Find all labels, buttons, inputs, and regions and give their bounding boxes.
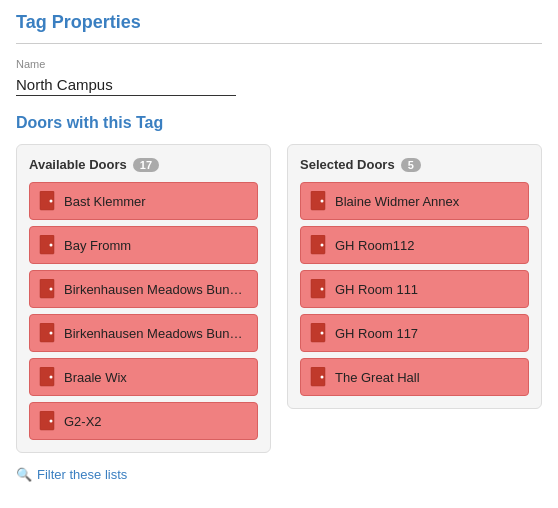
selected-door-item[interactable]: The Great Hall xyxy=(300,358,529,396)
svg-point-3 xyxy=(50,244,53,247)
svg-point-7 xyxy=(50,332,53,335)
door-icon xyxy=(309,234,327,256)
available-door-item[interactable]: Braale Wix xyxy=(29,358,258,396)
door-label: Blaine Widmer Annex xyxy=(335,194,459,209)
selected-doors-panel: Selected Doors 5 Blaine Widmer Annex xyxy=(287,144,542,409)
svg-point-21 xyxy=(321,376,324,379)
page-title: Tag Properties xyxy=(16,12,542,33)
door-label: Birkenhausen Meadows Bungalow 1 xyxy=(64,282,249,297)
selected-door-item[interactable]: GH Room 117 xyxy=(300,314,529,352)
selected-panel-label: Selected Doors xyxy=(300,157,395,172)
available-door-item[interactable]: G2-X2 xyxy=(29,402,258,440)
available-panel-header: Available Doors 17 xyxy=(29,157,258,172)
name-label: Name xyxy=(16,58,542,70)
svg-point-9 xyxy=(50,376,53,379)
available-door-item[interactable]: Birkenhausen Meadows Bungalow 2 xyxy=(29,314,258,352)
name-input[interactable] xyxy=(16,74,236,96)
svg-point-19 xyxy=(321,332,324,335)
selected-door-item[interactable]: GH Room 111 xyxy=(300,270,529,308)
door-icon xyxy=(309,322,327,344)
door-icon xyxy=(38,410,56,432)
door-icon xyxy=(309,366,327,388)
door-icon xyxy=(38,366,56,388)
selected-panel-header: Selected Doors 5 xyxy=(300,157,529,172)
available-door-item[interactable]: Bast Klemmer xyxy=(29,182,258,220)
search-icon: 🔍 xyxy=(16,467,32,482)
svg-point-13 xyxy=(321,200,324,203)
door-label: GH Room 117 xyxy=(335,326,418,341)
door-label: GH Room112 xyxy=(335,238,414,253)
door-label: GH Room 111 xyxy=(335,282,418,297)
svg-point-15 xyxy=(321,244,324,247)
available-door-item[interactable]: Birkenhausen Meadows Bungalow 1 xyxy=(29,270,258,308)
selected-door-item[interactable]: Blaine Widmer Annex xyxy=(300,182,529,220)
lists-container: Available Doors 17 Bast Klemmer xyxy=(16,144,542,453)
door-label: G2-X2 xyxy=(64,414,102,429)
door-icon xyxy=(38,234,56,256)
doors-section-title: Doors with this Tag xyxy=(16,114,542,132)
available-doors-panel: Available Doors 17 Bast Klemmer xyxy=(16,144,271,453)
selected-panel-badge: 5 xyxy=(401,158,421,172)
svg-point-1 xyxy=(50,200,53,203)
available-door-item[interactable]: Bay Fromm xyxy=(29,226,258,264)
available-panel-badge: 17 xyxy=(133,158,159,172)
door-icon xyxy=(309,190,327,212)
svg-point-17 xyxy=(321,288,324,291)
door-label: Bast Klemmer xyxy=(64,194,146,209)
door-icon xyxy=(38,190,56,212)
selected-door-item[interactable]: GH Room112 xyxy=(300,226,529,264)
door-label: Bay Fromm xyxy=(64,238,131,253)
door-label: Birkenhausen Meadows Bungalow 2 xyxy=(64,326,249,341)
available-panel-label: Available Doors xyxy=(29,157,127,172)
door-label: The Great Hall xyxy=(335,370,420,385)
door-icon xyxy=(309,278,327,300)
door-icon xyxy=(38,322,56,344)
filter-lists-link[interactable]: Filter these lists xyxy=(37,467,127,482)
divider xyxy=(16,43,542,44)
page-wrapper: Tag Properties Name Doors with this Tag … xyxy=(0,0,558,494)
svg-point-11 xyxy=(50,420,53,423)
svg-point-5 xyxy=(50,288,53,291)
door-label: Braale Wix xyxy=(64,370,127,385)
filter-row: 🔍 Filter these lists xyxy=(16,467,542,482)
name-field-section: Name xyxy=(16,58,542,96)
door-icon xyxy=(38,278,56,300)
